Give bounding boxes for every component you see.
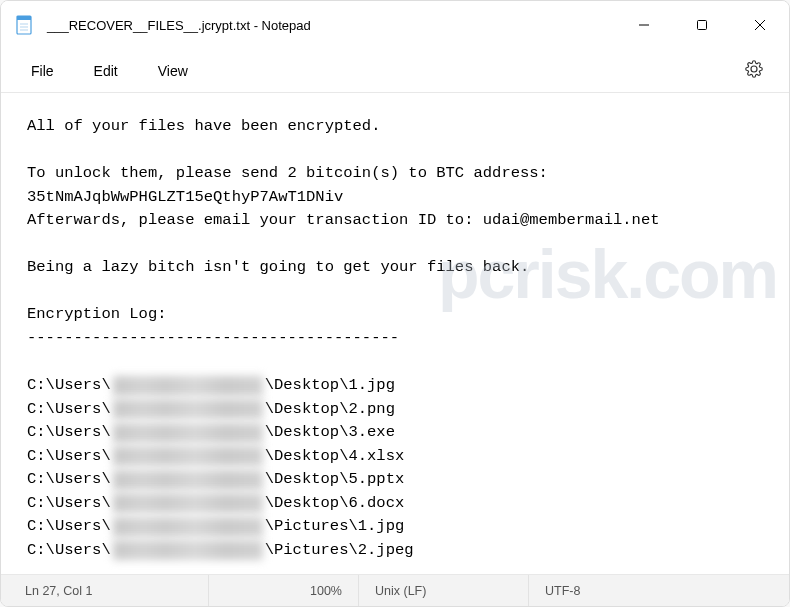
- window-controls: [615, 1, 789, 49]
- svg-rect-1: [17, 16, 31, 20]
- encryption-log-line: C:\Users\\Desktop\4.xlsx: [27, 445, 763, 469]
- encryption-log-line: C:\Users\\Pictures\2.jpeg: [27, 539, 763, 563]
- log-path-prefix: C:\Users\: [27, 421, 111, 445]
- encryption-log-line: C:\Users\\Desktop\6.docx: [27, 492, 763, 516]
- redacted-username: [113, 376, 263, 396]
- redacted-username: [113, 470, 263, 490]
- notepad-window: ___RECOVER__FILES__.jcrypt.txt - Notepad…: [0, 0, 790, 607]
- log-path-prefix: C:\Users\: [27, 445, 111, 469]
- window-title: ___RECOVER__FILES__.jcrypt.txt - Notepad: [47, 18, 615, 33]
- close-button[interactable]: [731, 1, 789, 49]
- log-path-suffix: \Desktop\2.png: [265, 398, 395, 422]
- svg-rect-6: [698, 21, 707, 30]
- text-line: Encryption Log:: [27, 305, 167, 323]
- log-path-suffix: \Desktop\3.exe: [265, 421, 395, 445]
- encryption-log-line: C:\Users\\Pictures\1.jpg: [27, 515, 763, 539]
- log-path-prefix: C:\Users\: [27, 374, 111, 398]
- text-line: 35tNmAJqbWwPHGLZT15eQthyP7AwT1DNiv: [27, 188, 343, 206]
- menubar: File Edit View: [1, 49, 789, 93]
- log-path-prefix: C:\Users\: [27, 515, 111, 539]
- text-line: ----------------------------------------: [27, 329, 399, 347]
- maximize-button[interactable]: [673, 1, 731, 49]
- encryption-log-line: C:\Users\\Desktop\3.exe: [27, 421, 763, 445]
- redacted-username: [113, 423, 263, 443]
- log-path-prefix: C:\Users\: [27, 398, 111, 422]
- status-encoding: UTF-8: [529, 575, 781, 606]
- menu-edit[interactable]: Edit: [82, 55, 130, 87]
- statusbar: Ln 27, Col 1 100% Unix (LF) UTF-8: [1, 574, 789, 606]
- status-zoom: 100%: [209, 575, 359, 606]
- menu-file[interactable]: File: [19, 55, 66, 87]
- menu-view[interactable]: View: [146, 55, 200, 87]
- log-path-suffix: \Pictures\1.jpg: [265, 515, 405, 539]
- log-path-prefix: C:\Users\: [27, 468, 111, 492]
- notepad-icon: [15, 14, 33, 36]
- log-path-suffix: \Desktop\6.docx: [265, 492, 405, 516]
- log-path-suffix: \Desktop\4.xlsx: [265, 445, 405, 469]
- log-path-suffix: \Desktop\1.jpg: [265, 374, 395, 398]
- text-line: Afterwards, please email your transactio…: [27, 211, 660, 229]
- log-path-suffix: \Desktop\5.pptx: [265, 468, 405, 492]
- status-position: Ln 27, Col 1: [9, 575, 209, 606]
- gear-icon: [745, 60, 763, 78]
- text-line: All of your files have been encrypted.: [27, 117, 380, 135]
- status-line-ending: Unix (LF): [359, 575, 529, 606]
- encryption-log-line: C:\Users\\Desktop\1.jpg: [27, 374, 763, 398]
- titlebar: ___RECOVER__FILES__.jcrypt.txt - Notepad: [1, 1, 789, 49]
- redacted-username: [113, 517, 263, 537]
- redacted-username: [113, 399, 263, 419]
- log-path-prefix: C:\Users\: [27, 539, 111, 563]
- text-line: Being a lazy bitch isn't going to get yo…: [27, 258, 529, 276]
- text-line: To unlock them, please send 2 bitcoin(s)…: [27, 164, 548, 182]
- encryption-log-line: C:\Users\\Desktop\2.png: [27, 398, 763, 422]
- log-path-prefix: C:\Users\: [27, 492, 111, 516]
- text-area[interactable]: All of your files have been encrypted. T…: [1, 93, 789, 574]
- redacted-username: [113, 446, 263, 466]
- encryption-log-line: C:\Users\\Desktop\5.pptx: [27, 468, 763, 492]
- redacted-username: [113, 493, 263, 513]
- redacted-username: [113, 540, 263, 560]
- settings-button[interactable]: [737, 52, 771, 90]
- minimize-button[interactable]: [615, 1, 673, 49]
- log-path-suffix: \Pictures\2.jpeg: [265, 539, 414, 563]
